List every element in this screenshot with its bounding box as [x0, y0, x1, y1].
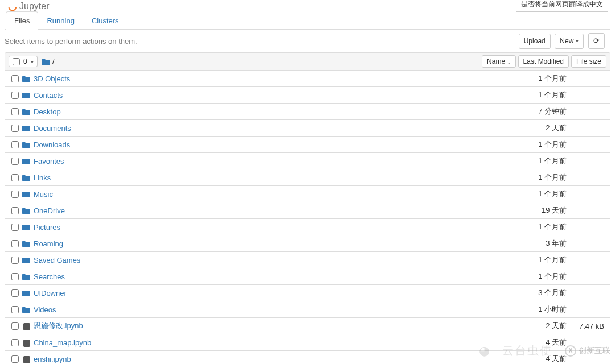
notebook-icon [21, 355, 31, 363]
list-item: Links1 个月前 [5, 169, 610, 186]
list-item: Videos1 小时前 [5, 301, 610, 318]
row-checkbox[interactable] [11, 240, 19, 247]
item-name[interactable]: OneDrive [31, 206, 504, 215]
item-modified: 19 天前 [504, 205, 567, 216]
item-name[interactable]: Desktop [31, 107, 504, 116]
breadcrumb[interactable]: / [42, 57, 55, 66]
row-checkbox[interactable] [11, 75, 19, 82]
row-checkbox[interactable] [11, 273, 19, 280]
folder-icon [21, 289, 31, 297]
item-name[interactable]: Documents [31, 124, 504, 133]
upload-button[interactable]: Upload [519, 34, 551, 49]
item-name[interactable]: Downloads [31, 140, 504, 149]
item-name[interactable]: Searches [31, 272, 504, 281]
arrow-down-icon: ↓ [507, 58, 511, 65]
item-modified: 1 个月前 [504, 255, 567, 265]
list-item: OneDrive19 天前 [5, 202, 610, 219]
breadcrumb-sep: / [52, 57, 55, 66]
row-checkbox[interactable] [11, 158, 19, 165]
list-item: Favorites1 个月前 [5, 153, 610, 169]
folder-icon [42, 57, 50, 66]
jupyter-swirl-icon: ◡ [8, 0, 17, 13]
row-checkbox[interactable] [11, 355, 19, 363]
sort-file-size-button[interactable]: File size [571, 55, 606, 68]
tab-running[interactable]: Running [38, 11, 83, 30]
row-checkbox[interactable] [11, 289, 19, 297]
item-modified: 1 个月前 [504, 90, 567, 100]
sort-name-button[interactable]: Name ↓ [482, 55, 516, 68]
row-checkbox[interactable] [11, 257, 19, 264]
item-name[interactable]: 恩施修改.ipynb [31, 321, 504, 331]
notebook-icon [21, 338, 31, 347]
item-modified: 2 天前 [504, 321, 567, 331]
dashboard-tabs: Files Running Clusters [5, 11, 610, 30]
item-modified: 1 个月前 [504, 139, 567, 150]
item-name[interactable]: enshi.ipynb [31, 355, 504, 363]
item-name[interactable]: Pictures [31, 223, 504, 231]
folder-icon [21, 91, 31, 100]
row-checkbox[interactable] [11, 339, 19, 346]
folder-icon [21, 107, 31, 116]
jupyter-logo: ◡ Jupyter [8, 0, 49, 13]
item-name[interactable]: Roaming [31, 239, 504, 248]
row-checkbox[interactable] [11, 141, 19, 148]
item-name[interactable]: 3D Objects [31, 75, 504, 83]
item-name[interactable]: Links [31, 173, 504, 182]
translate-prompt[interactable]: 是否将当前网页翻译成中文 [516, 0, 608, 12]
item-name[interactable]: Music [31, 190, 504, 198]
folder-icon [21, 173, 31, 182]
folder-icon [21, 157, 31, 166]
list-item: enshi.ipynb4 天前 [5, 351, 610, 364]
item-modified: 1 个月前 [504, 189, 567, 199]
folder-icon [21, 256, 31, 264]
folder-icon [21, 239, 31, 248]
row-checkbox[interactable] [11, 207, 19, 214]
new-button[interactable]: New ▾ [555, 34, 584, 49]
folder-icon [21, 223, 31, 231]
list-item: Pictures1 个月前 [5, 219, 610, 235]
list-item: Desktop7 分钟前 [5, 104, 610, 120]
item-size: 7.47 kB [567, 322, 606, 330]
row-checkbox[interactable] [11, 92, 19, 99]
list-item: Searches1 个月前 [5, 268, 610, 285]
list-item: Contacts1 个月前 [5, 87, 610, 104]
item-name[interactable]: Favorites [31, 157, 504, 166]
row-checkbox[interactable] [11, 125, 19, 132]
item-name[interactable]: Saved Games [31, 256, 504, 264]
row-checkbox[interactable] [11, 322, 19, 330]
caret-down-icon: ▾ [576, 37, 579, 45]
list-item: Roaming3 年前 [5, 235, 610, 252]
folder-icon [21, 272, 31, 281]
sort-last-modified-button[interactable]: Last Modified [518, 55, 569, 68]
item-modified: 1 个月前 [504, 222, 567, 232]
row-checkbox[interactable] [11, 306, 19, 313]
refresh-button[interactable]: ⟳ [588, 33, 605, 49]
row-checkbox[interactable] [11, 108, 19, 115]
item-modified: 4 天前 [504, 354, 567, 364]
new-button-label: New [560, 36, 573, 46]
list-item: China_map.ipynb4 天前 [5, 334, 610, 351]
item-name[interactable]: Videos [31, 305, 504, 314]
list-item: Documents2 天前 [5, 120, 610, 136]
row-checkbox[interactable] [11, 174, 19, 181]
sort-name-label: Name [487, 57, 505, 65]
list-item: Saved Games1 个月前 [5, 252, 610, 268]
select-all-checkbox[interactable] [13, 58, 20, 65]
folder-icon [21, 140, 31, 149]
list-item: Music1 个月前 [5, 186, 610, 202]
item-name[interactable]: Contacts [31, 91, 504, 100]
select-all-group[interactable]: 0 ▾ [9, 56, 38, 67]
item-modified: 1 个月前 [504, 156, 567, 166]
row-checkbox[interactable] [11, 191, 19, 198]
tab-files[interactable]: Files [6, 11, 38, 30]
folder-icon [21, 190, 31, 198]
list-item: Downloads1 个月前 [5, 136, 610, 153]
item-modified: 3 年前 [504, 238, 567, 249]
tab-clusters[interactable]: Clusters [83, 11, 128, 30]
item-name[interactable]: China_map.ipynb [31, 338, 504, 347]
row-checkbox[interactable] [11, 224, 19, 231]
logo-text: Jupyter [19, 1, 49, 11]
list-item: UIDowner3 个月前 [5, 285, 610, 301]
notebook-icon [21, 322, 31, 330]
item-name[interactable]: UIDowner [31, 289, 504, 297]
